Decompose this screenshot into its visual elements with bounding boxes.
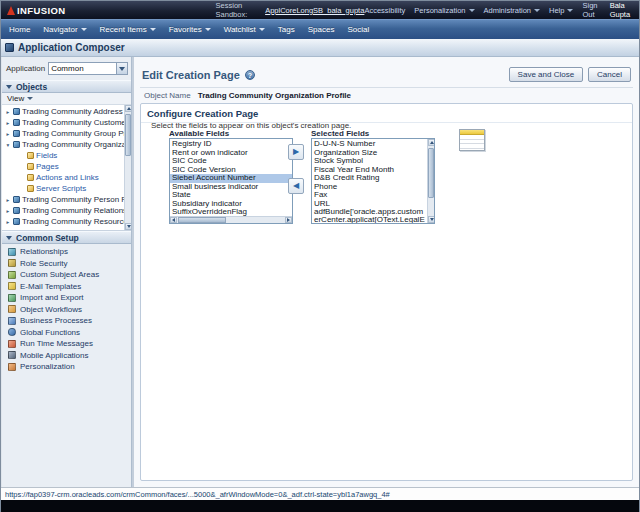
tree-item[interactable]: ▾ Trading Community Organization Prof: [2, 139, 124, 150]
scroll-up-icon[interactable]: [428, 139, 435, 146]
scrollbar-thumb[interactable]: [125, 114, 131, 156]
header-link[interactable]: Personalization: [414, 6, 474, 15]
horizontal-scrollbar[interactable]: [170, 216, 292, 223]
list-option[interactable]: SIC Code: [170, 157, 292, 166]
scrollbar-thumb[interactable]: [428, 148, 434, 198]
tree-item[interactable]: Pages: [2, 161, 124, 172]
tree-node-icon: [13, 207, 20, 214]
nav-item[interactable]: Home: [9, 25, 30, 34]
tree-view-menu[interactable]: View: [2, 93, 131, 105]
expand-arrow-icon[interactable]: ▸: [5, 109, 11, 115]
list-option[interactable]: adfBundle['oracle.apps.customerCenter.ap…: [312, 208, 427, 224]
list-option[interactable]: Subsidiary indicator: [170, 200, 292, 209]
list-option[interactable]: D&B Credit Rating: [312, 174, 427, 183]
tree-item[interactable]: ▸ Trading Community Resource Profile: [2, 216, 124, 227]
infusion-logo: INFUSION: [7, 5, 66, 16]
list-option[interactable]: Fax: [312, 191, 427, 200]
scroll-right-icon[interactable]: [285, 217, 292, 223]
move-selected-button[interactable]: ▶: [288, 144, 304, 160]
tree-scrollbar[interactable]: [124, 105, 131, 230]
scroll-up-icon[interactable]: [125, 105, 131, 112]
header-link[interactable]: Accessibility: [364, 6, 405, 15]
application-select[interactable]: Common: [48, 62, 128, 75]
sidebar-item[interactable]: Role Security: [2, 258, 131, 270]
selected-fields-options: D-U-N-S Number Organization Size Stock S…: [312, 140, 427, 223]
list-option-label: Registry ID: [172, 140, 212, 148]
global-header: INFUSION Session Sandbox: ApplCoreLongSB…: [1, 1, 639, 19]
tree-item[interactable]: ▸ Trading Community Person Profile: [2, 194, 124, 205]
tree-item[interactable]: Actions and Links: [2, 172, 124, 183]
setup-item-icon: [8, 259, 16, 267]
app-title-bar: Application Composer: [1, 39, 639, 57]
sidebar-item[interactable]: Object Workflows: [2, 304, 131, 316]
tree-item[interactable]: ▸ Trading Community Relationship: [2, 205, 124, 216]
session-sandbox-link[interactable]: ApplCoreLongSB_bala_gupta: [265, 6, 364, 15]
sidebar-item[interactable]: Relationships: [2, 246, 131, 258]
collapse-arrow-icon[interactable]: [6, 85, 12, 89]
tree-item[interactable]: ▸ Trading Community Address: [2, 106, 124, 117]
sidebar-item[interactable]: Custom Subject Areas: [2, 269, 131, 281]
list-option[interactable]: State: [170, 191, 292, 200]
header-link[interactable]: Administration: [484, 6, 541, 15]
nav-item[interactable]: Tags: [278, 25, 295, 34]
list-option[interactable]: Organization Size: [312, 149, 427, 158]
sidebar-item[interactable]: Business Processes: [2, 315, 131, 327]
scroll-left-icon[interactable]: [170, 217, 177, 223]
list-option[interactable]: D-U-N-S Number: [312, 140, 427, 149]
sidebar-item[interactable]: Mobile Applications: [2, 350, 131, 362]
expand-arrow-icon[interactable]: ▸: [5, 197, 11, 203]
nav-item[interactable]: Favorites: [169, 25, 211, 34]
cancel-button[interactable]: Cancel: [588, 67, 631, 82]
scroll-down-icon[interactable]: [428, 216, 435, 223]
nav-item[interactable]: Watchlist: [224, 25, 265, 34]
nav-item[interactable]: Recent Items: [100, 25, 156, 34]
tree-item[interactable]: Server Scripts: [2, 183, 124, 194]
list-option[interactable]: Small business indicator: [170, 183, 292, 192]
nav-item[interactable]: Spaces: [308, 25, 335, 34]
list-option-label: Rent or own indicator: [172, 149, 248, 157]
tree-item-label: Pages: [36, 162, 59, 171]
list-option[interactable]: Rent or own indicator: [170, 149, 292, 158]
tree-item[interactable]: ▸ Trading Community Group Profile: [2, 128, 124, 139]
list-option-label: Fiscal Year End Month: [314, 166, 394, 174]
vertical-scrollbar[interactable]: [427, 139, 434, 223]
sidebar-item-label: Business Processes: [20, 316, 92, 325]
expand-arrow-icon[interactable]: ▾: [5, 142, 11, 148]
common-setup-panel-header[interactable]: Common Setup: [2, 231, 131, 244]
nav-item[interactable]: Social: [347, 25, 369, 34]
list-option[interactable]: Fiscal Year End Month: [312, 166, 427, 175]
expand-arrow-icon[interactable]: ▸: [5, 120, 11, 126]
objects-panel-header[interactable]: Objects: [2, 80, 131, 93]
selected-fields-list[interactable]: D-U-N-S Number Organization Size Stock S…: [311, 138, 435, 224]
tree-item-label: Trading Community Person Profile: [22, 195, 124, 204]
tree-item[interactable]: Fields: [2, 150, 124, 161]
expand-arrow-icon[interactable]: ▸: [5, 219, 11, 225]
list-option[interactable]: Stock Symbol: [312, 157, 427, 166]
nav-item-label: Social: [347, 25, 369, 34]
header-link[interactable]: Sign Out: [582, 1, 600, 19]
list-option[interactable]: Phone: [312, 183, 427, 192]
expand-arrow-icon[interactable]: ▸: [5, 208, 11, 214]
collapse-arrow-icon[interactable]: [6, 236, 12, 240]
help-icon[interactable]: ?: [245, 70, 255, 80]
available-fields-list[interactable]: Registry ID Rent or own indicator SIC Co…: [169, 138, 293, 224]
scrollbar-thumb[interactable]: [178, 217, 226, 223]
list-option[interactable]: SIC Code Version: [170, 166, 292, 175]
sidebar-item[interactable]: Run Time Messages: [2, 338, 131, 350]
list-option[interactable]: URL: [312, 200, 427, 209]
list-option[interactable]: Registry ID: [170, 140, 292, 149]
tree-item[interactable]: ▸ Trading Community Customer Contac: [2, 117, 124, 128]
remove-selected-button[interactable]: ◀: [288, 178, 304, 194]
sidebar-item[interactable]: E-Mail Templates: [2, 281, 131, 293]
expand-arrow-icon[interactable]: ▸: [5, 131, 11, 137]
save-and-close-button[interactable]: Save and Close: [509, 67, 583, 82]
sidebar-item[interactable]: Personalization: [2, 361, 131, 373]
scroll-down-icon[interactable]: [125, 223, 131, 230]
sidebar-item[interactable]: Import and Export: [2, 292, 131, 304]
nav-item[interactable]: Navigator: [43, 25, 86, 34]
sidebar-item[interactable]: Global Functions: [2, 327, 131, 339]
dropdown-arrow-icon[interactable]: [116, 63, 127, 74]
list-option[interactable]: Siebel Account Number: [170, 174, 292, 183]
header-link[interactable]: Help: [549, 6, 573, 15]
action-buttons: Save and Close Cancel: [509, 67, 631, 82]
